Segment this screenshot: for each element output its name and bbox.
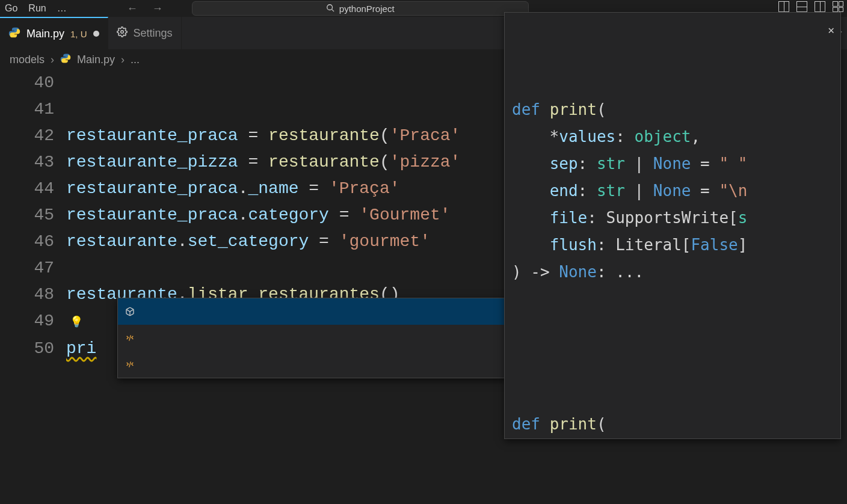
command-center-search[interactable]: pythonProject bbox=[192, 1, 529, 16]
nav-back-icon[interactable]: ← bbox=[127, 2, 138, 15]
line-number: 42 bbox=[0, 123, 66, 149]
line-number: 44 bbox=[0, 176, 66, 202]
chevron-right-icon: › bbox=[51, 54, 54, 66]
breadcrumb-symbol[interactable]: ... bbox=[131, 54, 140, 66]
tab-settings[interactable]: Settings bbox=[108, 17, 182, 49]
line-number: 45 bbox=[0, 202, 66, 229]
line-number: 49 bbox=[0, 308, 66, 336]
svg-line-6 bbox=[129, 361, 131, 367]
snippet-icon bbox=[124, 358, 136, 370]
menu-run[interactable]: Run bbox=[28, 3, 46, 14]
toggle-primary-sidebar-icon[interactable] bbox=[778, 1, 789, 12]
svg-point-2 bbox=[120, 30, 123, 33]
layout-icons bbox=[778, 1, 843, 12]
dirty-indicator-icon bbox=[93, 31, 99, 37]
customize-layout-icon[interactable] bbox=[833, 1, 843, 12]
line-number: 43 bbox=[0, 149, 66, 176]
code-content[interactable]: restaurante_praca.category = 'Gourmet' bbox=[66, 202, 451, 229]
signature-help-popup: ✕ def print( *values: object, sep: str |… bbox=[504, 12, 841, 439]
autocomplete-item[interactable] bbox=[118, 298, 508, 325]
nav-forward-icon[interactable]: → bbox=[152, 2, 163, 15]
code-content[interactable]: restaurante_pizza = restaurante('pizza' bbox=[66, 149, 460, 176]
autocomplete-item[interactable] bbox=[118, 351, 508, 378]
lightbulb-icon[interactable]: 💡 bbox=[70, 316, 83, 328]
search-icon bbox=[326, 4, 334, 14]
python-file-icon bbox=[8, 26, 20, 41]
search-placeholder: pythonProject bbox=[339, 4, 395, 14]
python-file-icon bbox=[60, 53, 71, 67]
line-number: 41 bbox=[0, 96, 66, 123]
line-number: 48 bbox=[0, 281, 66, 308]
menu-more-icon[interactable]: … bbox=[57, 3, 68, 14]
toggle-secondary-sidebar-icon[interactable] bbox=[815, 1, 825, 12]
svg-line-1 bbox=[331, 9, 334, 11]
code-content[interactable]: restaurante_praca = restaurante('Praca' bbox=[66, 123, 460, 149]
line-number: 47 bbox=[0, 255, 66, 281]
code-content[interactable]: pri bbox=[66, 336, 96, 362]
breadcrumb-folder[interactable]: models bbox=[10, 54, 45, 66]
nav-arrows: ← → bbox=[127, 2, 163, 15]
autocomplete-item[interactable] bbox=[118, 325, 508, 351]
signature-overload-1: def print( *values: object, sep: str | N… bbox=[512, 96, 833, 286]
toggle-panel-icon[interactable] bbox=[796, 1, 807, 12]
chevron-right-icon: › bbox=[121, 54, 125, 66]
menu-go[interactable]: Go bbox=[5, 3, 17, 14]
tab-git-status: 1, U bbox=[70, 29, 87, 39]
autocomplete-dropdown bbox=[117, 298, 508, 378]
gear-icon bbox=[117, 26, 128, 40]
snippet-icon bbox=[124, 332, 136, 344]
tab-main-py[interactable]: Main.py 1, U bbox=[0, 17, 108, 49]
tab-name: Main.py bbox=[26, 28, 64, 40]
line-number: 46 bbox=[0, 229, 66, 255]
svg-point-0 bbox=[327, 4, 333, 10]
svg-line-5 bbox=[129, 335, 131, 340]
code-content[interactable]: restaurante_praca._name = 'Praça' bbox=[66, 176, 400, 202]
line-number: 50 bbox=[0, 336, 66, 362]
close-icon[interactable]: ✕ bbox=[828, 16, 834, 43]
tab-name: Settings bbox=[134, 27, 173, 40]
line-number: 40 bbox=[0, 70, 66, 96]
signature-overload-2: def print( *values: object, sep: str | N… bbox=[512, 411, 833, 439]
cube-icon bbox=[124, 306, 136, 318]
code-content[interactable]: 💡 bbox=[66, 308, 83, 336]
breadcrumb-file[interactable]: Main.py bbox=[77, 54, 115, 66]
code-content[interactable]: restaurante.set_category = 'gourmet' bbox=[66, 229, 430, 255]
